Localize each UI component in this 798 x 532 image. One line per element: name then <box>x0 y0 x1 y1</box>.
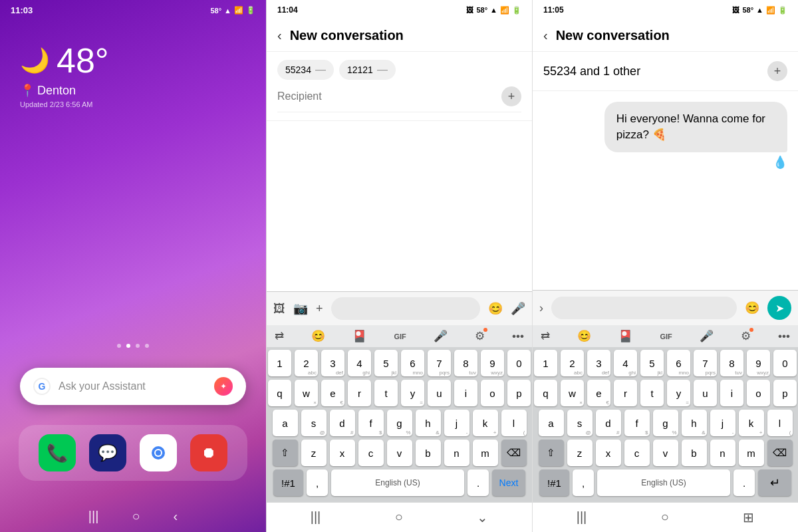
key-u-1[interactable]: u <box>428 380 451 406</box>
key-e-1[interactable]: e€ <box>321 380 344 406</box>
camera-icon[interactable]: 📷 <box>293 301 308 316</box>
text-input-bar-2[interactable] <box>551 297 737 319</box>
key-c-1[interactable]: c <box>358 440 384 466</box>
key-0-2[interactable]: 0 <box>773 350 797 376</box>
key-9-1[interactable]: 9wxyz <box>481 350 504 376</box>
key-y-1[interactable]: y= <box>401 380 424 406</box>
key-k-1[interactable]: k+ <box>473 410 498 436</box>
recipient-input[interactable] <box>277 90 501 102</box>
settings-icon-2[interactable]: ⚙ <box>741 329 751 343</box>
key-f-2[interactable]: f$ <box>624 410 650 436</box>
expand-icon[interactable]: › <box>539 301 543 315</box>
shift-key-1[interactable]: ⇧ <box>273 440 298 466</box>
key-w-1[interactable]: w× <box>295 380 318 406</box>
key-h-1[interactable]: h& <box>416 410 441 436</box>
key-q-2[interactable]: q <box>534 380 557 406</box>
key-q-1[interactable]: q <box>268 380 291 406</box>
assistant-bar[interactable]: G Ask your Assistant ✦ <box>20 368 246 405</box>
down-nav-msg1[interactable]: ⌄ <box>477 509 488 525</box>
chip-12121[interactable]: 12121 — <box>339 60 396 80</box>
key-k-2[interactable]: k+ <box>739 410 764 436</box>
recents-nav-btn[interactable]: ||| <box>88 509 99 524</box>
special-key-1[interactable]: !#1 <box>273 469 303 496</box>
chip-remove-1[interactable]: — <box>315 64 326 76</box>
key-g-1[interactable]: g% <box>387 410 412 436</box>
key-5-2[interactable]: 5jkl <box>640 350 664 376</box>
key-l-1[interactable]: l( <box>501 410 527 436</box>
more-icon-2[interactable]: ••• <box>778 330 790 343</box>
key-y-2[interactable]: y= <box>667 380 690 406</box>
key-m-1[interactable]: m <box>473 440 498 466</box>
key-1-2[interactable]: 1 <box>534 350 557 376</box>
key-z-1[interactable]: z <box>301 440 327 466</box>
mic-icon-2[interactable]: 🎤 <box>700 329 714 343</box>
period-key-1[interactable]: . <box>467 469 489 496</box>
recents-nav-msg1[interactable]: ||| <box>311 509 321 525</box>
key-h-2[interactable]: h& <box>682 410 707 436</box>
key-o-1[interactable]: o <box>481 380 504 406</box>
sticker-icon-1[interactable]: 🎴 <box>352 329 366 343</box>
key-t-1[interactable]: t <box>374 380 398 406</box>
key-p-2[interactable]: p <box>773 380 797 406</box>
phone-app-icon[interactable]: 📞 <box>39 434 76 471</box>
gif-icon-2[interactable]: GIF <box>660 332 672 340</box>
add-recipient-button-2[interactable]: + <box>767 61 787 81</box>
key-p-1[interactable]: p <box>507 380 531 406</box>
image-attach-icon[interactable]: 🖼 <box>273 302 285 316</box>
home-nav-msg1[interactable]: ○ <box>395 509 403 525</box>
key-n-1[interactable]: n <box>444 440 469 466</box>
backspace-key-2[interactable]: ⌫ <box>767 440 793 466</box>
key-4-1[interactable]: 4ghi <box>348 350 371 376</box>
comma-key-2[interactable]: , <box>573 469 594 496</box>
key-m-2[interactable]: m <box>739 440 764 466</box>
key-7-2[interactable]: 7pqrs <box>694 350 717 376</box>
key-f-1[interactable]: f$ <box>358 410 384 436</box>
key-l-2[interactable]: l( <box>767 410 793 436</box>
key-3-1[interactable]: 3def <box>321 350 344 376</box>
assistant-mic-button[interactable]: ✦ <box>214 377 233 396</box>
home-nav-btn[interactable]: ○ <box>132 509 140 524</box>
gif-icon-1[interactable]: GIF <box>394 332 406 340</box>
chrome-app-icon[interactable] <box>140 434 177 471</box>
space-key-2[interactable]: English (US) <box>597 469 730 496</box>
key-g-2[interactable]: g% <box>653 410 678 436</box>
key-v-1[interactable]: v <box>387 440 412 466</box>
key-9-2[interactable]: 9wxyz <box>747 350 770 376</box>
key-n-2[interactable]: n <box>710 440 735 466</box>
key-j-1[interactable]: j- <box>444 410 469 436</box>
key-i-1[interactable]: i <box>454 380 477 406</box>
key-b-2[interactable]: b <box>682 440 707 466</box>
key-x-2[interactable]: x <box>596 440 621 466</box>
key-2-1[interactable]: 2abc <box>295 350 318 376</box>
shift-key-2[interactable]: ⇧ <box>539 440 564 466</box>
emoji-icon-1[interactable]: 😊 <box>311 329 325 343</box>
sticker-icon-2[interactable]: 😊 <box>745 301 759 315</box>
key-j-2[interactable]: j- <box>710 410 735 436</box>
key-w-2[interactable]: w× <box>561 380 584 406</box>
key-a-2[interactable]: a <box>539 410 564 436</box>
key-3-2[interactable]: 3def <box>587 350 610 376</box>
key-r-1[interactable]: r <box>348 380 371 406</box>
key-0-1[interactable]: 0 <box>507 350 531 376</box>
key-e-2[interactable]: e€ <box>587 380 610 406</box>
key-b-1[interactable]: b <box>416 440 441 466</box>
key-8-1[interactable]: 8tuv <box>454 350 477 376</box>
mic-icon-1[interactable]: 🎤 <box>434 329 448 343</box>
key-t-2[interactable]: t <box>640 380 664 406</box>
translate-icon-1[interactable]: ⇄ <box>275 329 284 343</box>
key-v-2[interactable]: v <box>653 440 678 466</box>
space-key-1[interactable]: English (US) <box>331 469 464 496</box>
add-recipient-button[interactable]: + <box>501 86 521 106</box>
key-6-2[interactable]: 6mno <box>667 350 690 376</box>
text-input-bar-1[interactable] <box>331 297 480 320</box>
sticker-icon[interactable]: 😊 <box>488 301 503 316</box>
chip-remove-2[interactable]: — <box>377 64 388 76</box>
home-nav-msg2[interactable]: ○ <box>661 509 669 525</box>
back-nav-btn[interactable]: ‹ <box>174 509 178 524</box>
key-s-1[interactable]: s@ <box>301 410 327 436</box>
key-z-2[interactable]: z <box>567 440 593 466</box>
key-o-2[interactable]: o <box>747 380 770 406</box>
key-4-2[interactable]: 4ghi <box>614 350 637 376</box>
key-c-2[interactable]: c <box>624 440 650 466</box>
settings-icon-1[interactable]: ⚙ <box>475 329 485 343</box>
